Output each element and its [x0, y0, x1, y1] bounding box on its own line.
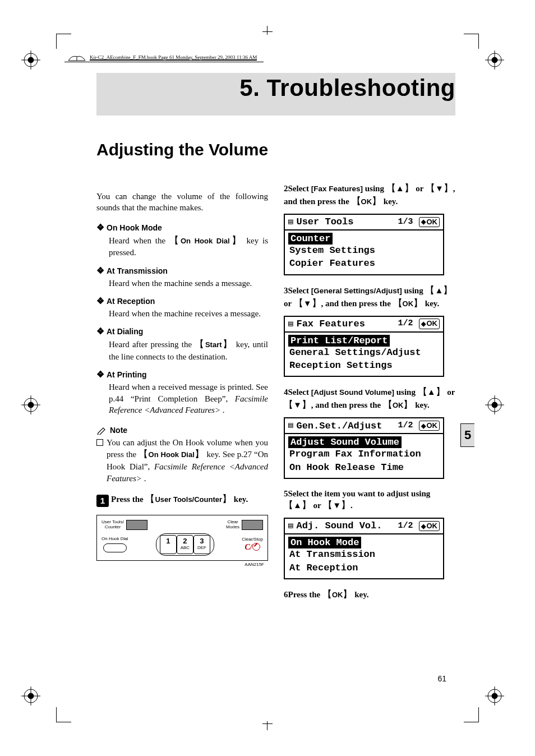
ok-indicator-icon: ◆OK [419, 217, 440, 227]
note-bullet: You can adjust the On Hook volume when y… [96, 437, 268, 484]
clear-modes-button-icon [242, 520, 263, 530]
key-3: 3DEF [193, 535, 210, 554]
mode-on-hook: ❖On Hook Mode Heard when the 【On Hook Di… [96, 222, 268, 259]
mode-title: On Hook Mode [107, 223, 162, 232]
reg-mark-tl [21, 50, 40, 70]
section-title: Adjusting the Volume [96, 140, 455, 159]
page-number: 61 [437, 674, 446, 683]
chapter-tab: 5 [460, 423, 474, 447]
lcd-user-tools: ▤User Tools1/3◆OK CounterSystem Settings… [284, 214, 444, 275]
left-column: You can change the volume of the followi… [96, 182, 268, 601]
lcd-gen-set: ▤Gen.Set./Adjust1/2◆OK Adjust Sound Volu… [284, 417, 444, 479]
reg-mark-ml [21, 395, 40, 414]
key-1: 1 [160, 535, 177, 554]
reg-mark-br [485, 686, 504, 706]
clear-stop-icon: C/ [245, 543, 260, 552]
mode-title: At Reception [107, 297, 155, 306]
mode-title: At Dialing [107, 327, 143, 336]
chapter-header: 5. Troubleshooting Adjusting the Volume [96, 73, 455, 159]
checkbox-icon [96, 439, 103, 446]
slug-rule [64, 62, 264, 62]
lcd-row: Copier Features [288, 257, 440, 270]
figure-code: AAN215F [245, 562, 264, 567]
numeric-keys: 1 2ABC 3DEF [156, 533, 214, 556]
pencil-icon [96, 426, 107, 435]
on-hook-dial-button-icon [103, 543, 127, 552]
reg-mark-bl [21, 686, 40, 706]
step-5: 5Select the item you want to adjust usin… [284, 488, 455, 512]
step-6: 6Press the 【OK】 key. [284, 588, 455, 601]
book-slug: Kir-C2_AEcombine_F_FM.book Page 61 Monda… [67, 54, 258, 62]
step-4: 4Select [Adjust Sound Volume] using 【▲】 … [284, 386, 455, 412]
mode-at-printing: ❖At Printing Heard when a received messa… [96, 369, 268, 416]
reg-mark-tr [485, 50, 504, 70]
step-1: 1Press the 【User Tools/Counter】 key. [96, 493, 268, 507]
lcd-fax-features: ▤Fax Features1/2◆OK Print List/ReportGen… [284, 316, 444, 377]
mode-title: At Printing [107, 370, 147, 379]
book-icon [67, 54, 86, 62]
lcd-adj-sound: ▤Adj. Sound Vol.1/2◆OK On Hook ModeAt Tr… [284, 518, 444, 579]
menu-icon: ▤ [288, 217, 293, 227]
mode-at-dialing: ❖At Dialing Heard after pressing the 【St… [96, 326, 268, 362]
note-heading: Note [96, 426, 268, 435]
reg-mark-mr [485, 395, 504, 414]
step-3: 3Select [General Settings/Adjust] using … [284, 284, 455, 310]
mode-at-transmission: ❖At Transmission Heard when the machine … [96, 265, 268, 289]
user-tools-button-icon [126, 520, 147, 530]
slug-text: Kir-C2_AEcombine_F_FM.book Page 61 Monda… [90, 55, 257, 61]
keycap-on-hook-dial: On Hook Dial [181, 237, 230, 245]
keycap-start: Start [205, 340, 222, 349]
step-number: 1 [96, 495, 109, 507]
lcd-row-selected: Counter [288, 233, 333, 245]
chapter-name: Troubleshooting [267, 75, 455, 101]
mode-title: At Transmission [107, 266, 168, 275]
mode-at-reception: ❖At Reception Heard when the machine rec… [96, 296, 268, 319]
key-2: 2ABC [177, 535, 193, 554]
note-label: Note [110, 426, 127, 435]
keypad-figure: User Tools/ Counter Clear Modes On Hook … [96, 515, 268, 561]
lcd-row: System Settings [288, 245, 440, 257]
intro-paragraph: You can change the volume of the followi… [96, 191, 268, 214]
diamond-icon: ❖ [96, 223, 104, 232]
right-column: 2Select [Fax Features] using 【▲】 or 【▼】,… [284, 182, 455, 601]
chapter-number: 5. [239, 75, 260, 101]
step-2: 2Select [Fax Features] using 【▲】 or 【▼】,… [284, 182, 455, 208]
